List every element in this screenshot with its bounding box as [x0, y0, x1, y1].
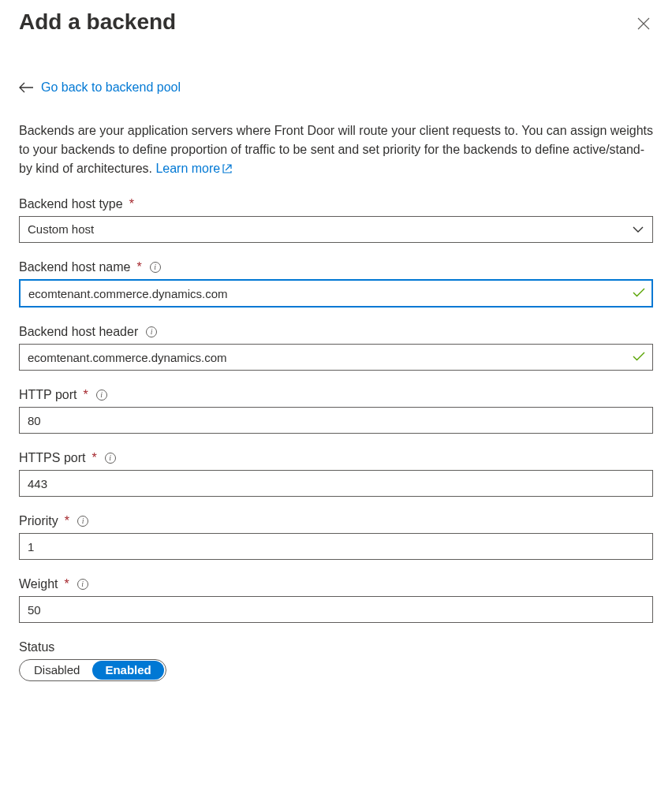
select-wrap-host-type: Custom host: [19, 216, 653, 243]
panel-title: Add a backend: [19, 8, 176, 36]
backend-host-header-input[interactable]: [19, 344, 653, 371]
label-http-port: HTTP port * i: [19, 388, 653, 402]
input-wrap-http-port: [19, 407, 653, 434]
required-asterisk: *: [65, 514, 69, 528]
status-enabled-option[interactable]: Enabled: [92, 661, 163, 680]
info-icon[interactable]: i: [96, 390, 107, 401]
backend-host-type-select[interactable]: Custom host: [19, 216, 653, 243]
field-backend-host-name: Backend host name * i: [19, 260, 653, 308]
label-status: Status: [19, 640, 653, 654]
back-link-row: Go back to backend pool: [19, 80, 181, 95]
label-backend-host-type: Backend host type *: [19, 197, 653, 211]
description-text: Backends are your application servers wh…: [19, 121, 653, 178]
label-text: Status: [19, 640, 54, 654]
required-asterisk: *: [65, 577, 69, 591]
external-link-icon: [222, 163, 233, 174]
learn-more-label: Learn more: [155, 162, 220, 175]
close-icon: [637, 17, 650, 30]
info-icon[interactable]: i: [105, 453, 116, 464]
required-asterisk: *: [129, 197, 134, 211]
field-backend-host-type: Backend host type * Custom host: [19, 197, 653, 243]
http-port-input[interactable]: [19, 407, 653, 434]
priority-input[interactable]: [19, 533, 653, 560]
field-https-port: HTTPS port * i: [19, 451, 653, 497]
input-wrap-priority: [19, 533, 653, 560]
info-icon[interactable]: i: [150, 262, 161, 273]
label-text: HTTP port: [19, 388, 77, 402]
field-weight: Weight * i: [19, 577, 653, 623]
add-backend-panel: Add a backend Go back to backend pool Ba…: [0, 0, 672, 700]
input-wrap-weight: [19, 596, 653, 623]
input-wrap-https-port: [19, 470, 653, 497]
label-backend-host-header: Backend host header i: [19, 325, 653, 339]
label-text: Weight: [19, 577, 58, 591]
label-priority: Priority * i: [19, 514, 653, 528]
field-status: Status Disabled Enabled: [19, 640, 653, 681]
panel-header: Add a backend: [19, 8, 653, 36]
info-icon[interactable]: i: [146, 326, 157, 337]
label-text: Backend host name: [19, 260, 130, 274]
label-text: Priority: [19, 514, 58, 528]
backend-host-name-input[interactable]: [19, 279, 653, 308]
field-http-port: HTTP port * i: [19, 388, 653, 434]
label-text: Backend host header: [19, 325, 138, 339]
description-body: Backends are your application servers wh…: [19, 124, 653, 175]
label-text: HTTPS port: [19, 451, 85, 465]
label-https-port: HTTPS port * i: [19, 451, 653, 465]
go-back-link[interactable]: Go back to backend pool: [41, 80, 181, 95]
weight-input[interactable]: [19, 596, 653, 623]
required-asterisk: *: [84, 388, 88, 402]
learn-more-link[interactable]: Learn more: [155, 162, 233, 175]
status-toggle: Disabled Enabled: [19, 659, 166, 681]
label-weight: Weight * i: [19, 577, 653, 591]
required-asterisk: *: [136, 260, 141, 274]
info-icon[interactable]: i: [77, 579, 88, 590]
label-backend-host-name: Backend host name * i: [19, 260, 653, 274]
required-asterisk: *: [91, 451, 96, 465]
arrow-left-icon: [19, 82, 33, 93]
input-wrap-host-name: [19, 279, 653, 308]
info-icon[interactable]: i: [77, 516, 88, 527]
input-wrap-host-header: [19, 344, 653, 371]
close-button[interactable]: [634, 14, 653, 33]
https-port-input[interactable]: [19, 470, 653, 497]
status-disabled-option[interactable]: Disabled: [21, 661, 92, 680]
field-backend-host-header: Backend host header i: [19, 325, 653, 371]
field-priority: Priority * i: [19, 514, 653, 560]
label-text: Backend host type: [19, 197, 123, 211]
